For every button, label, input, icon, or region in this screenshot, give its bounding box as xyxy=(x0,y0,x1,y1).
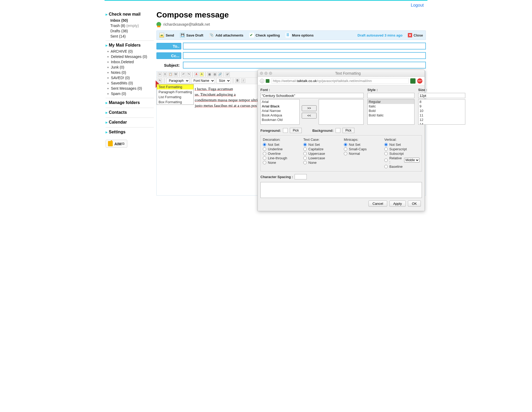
font-list[interactable]: ArialArial BlackArial NarrowBook Antiqua… xyxy=(260,99,300,125)
size-option[interactable]: 8 xyxy=(418,99,465,104)
italic-icon[interactable]: i xyxy=(241,79,245,83)
size-option[interactable]: 10 xyxy=(418,108,465,113)
sidebar-settings[interactable]: ▶ Settings xyxy=(106,129,154,135)
size-option[interactable]: 12 xyxy=(418,117,465,122)
style-option[interactable]: Bold xyxy=(368,108,414,113)
textcase-option[interactable]: Lowercase xyxy=(303,156,339,160)
sidebar-manage-folders[interactable]: ▶ Manage folders xyxy=(106,100,154,106)
size-option[interactable]: 9 xyxy=(418,104,465,108)
sidebar-contacts[interactable]: ▶ Contacts xyxy=(106,110,154,116)
font-color-icon[interactable]: A xyxy=(194,72,199,76)
send-button[interactable]: Send xyxy=(159,33,174,38)
paste-word-icon[interactable]: W xyxy=(174,72,178,76)
table-icon[interactable]: ▦ xyxy=(207,72,211,76)
fontname-select[interactable]: Font Name xyxy=(191,78,215,83)
sidebar-item-trash[interactable]: Trash (8) (empty) xyxy=(106,23,154,28)
vertical-option[interactable]: Superscript xyxy=(384,147,420,151)
background-pick-button[interactable]: Pick xyxy=(342,128,354,133)
textcase-option[interactable]: Uppercase xyxy=(303,152,339,156)
cut-icon[interactable]: ✂ xyxy=(158,72,162,76)
apply-button[interactable]: Apply xyxy=(389,201,406,207)
minicaps-option[interactable]: Small-Caps xyxy=(344,147,379,151)
sidebar-folder-junk[interactable]: + Junk (0) xyxy=(106,65,154,70)
decoration-option[interactable]: Not Set xyxy=(263,143,298,147)
size-option[interactable]: 11 xyxy=(418,113,465,117)
to-button[interactable]: To.. xyxy=(156,43,181,49)
vertical-option[interactable]: Not Set xyxy=(384,143,420,147)
paste-icon[interactable]: 📋 xyxy=(168,72,173,76)
format-dropdown-item[interactable]: Text Formatting xyxy=(157,84,193,89)
check-spelling-button[interactable]: Check spelling xyxy=(249,33,280,38)
aim-widget[interactable]: AIM ⧉ xyxy=(106,140,127,148)
paragraph-select[interactable]: Paragraph xyxy=(166,78,190,83)
sidebar-folder-archive[interactable]: + ARCHIVE (0) xyxy=(106,49,154,54)
format-dropdown-item[interactable]: List Formatting xyxy=(157,94,193,99)
sidebar-item-inbox[interactable]: Inbox (50) xyxy=(106,18,154,23)
charspacing-input[interactable] xyxy=(295,174,307,179)
foreground-pick-button[interactable]: Pick xyxy=(290,128,302,133)
redo-icon[interactable]: ↷ xyxy=(187,72,191,76)
add-attachments-button[interactable]: Add attachments xyxy=(209,33,243,38)
format-icon[interactable]: ✎ xyxy=(158,79,162,83)
sidebar-folder-deleted[interactable]: + Deleted Messages (0) xyxy=(106,54,154,59)
subject-input[interactable] xyxy=(183,62,426,69)
info-icon[interactable]: i xyxy=(260,79,264,83)
vertical-option[interactable]: Baseline xyxy=(384,165,420,169)
vertical-option[interactable]: Subscript xyxy=(384,152,420,156)
sidebar-item-drafts[interactable]: Drafts (38) xyxy=(106,28,154,34)
sidebar-folder-spam[interactable]: + Spam (0) xyxy=(106,91,154,96)
close-button[interactable]: Close xyxy=(408,33,423,37)
move-right-button[interactable]: >> xyxy=(302,105,317,111)
style-option[interactable]: Italic xyxy=(368,104,414,108)
style-input[interactable] xyxy=(367,93,414,98)
link-icon[interactable]: 🔗 xyxy=(218,72,222,76)
share-icon[interactable] xyxy=(410,78,416,84)
undo-icon[interactable]: ↶ xyxy=(181,72,186,76)
copy-icon[interactable]: ⎘ xyxy=(163,72,167,76)
url-field[interactable]: https://webmail.talktalk.co.uk/cp/javasc… xyxy=(272,78,409,84)
decoration-option[interactable]: Overline xyxy=(263,152,298,156)
textcase-option[interactable]: Not Set xyxy=(303,143,339,147)
font-option[interactable]: Arial Black xyxy=(261,104,299,108)
size-list[interactable]: 8910111214 xyxy=(418,99,465,125)
format-dropdown-item[interactable]: Paragraph Formatting xyxy=(157,89,193,94)
textcase-option[interactable]: None xyxy=(303,161,339,165)
insert-row-icon[interactable]: ▤ xyxy=(213,72,217,76)
style-option[interactable]: Bold Italic xyxy=(368,113,414,117)
highlight-icon[interactable]: A xyxy=(200,72,204,76)
sidebar-check-mail[interactable]: ▶ Check new mail xyxy=(106,11,154,18)
subscript-icon[interactable]: a² xyxy=(226,72,230,76)
save-draft-button[interactable]: Save Draft xyxy=(180,33,203,38)
decoration-option[interactable]: Underline xyxy=(263,147,298,151)
relative-select[interactable]: Middle xyxy=(404,158,420,162)
vertical-option[interactable]: Relative :Middle xyxy=(384,156,420,164)
sidebar-my-folders[interactable]: ▶ My Mail Folders xyxy=(106,42,154,49)
font-option[interactable]: Book Antiqua xyxy=(261,113,299,117)
minicaps-option[interactable]: Normal xyxy=(344,152,379,156)
sidebar-calendar[interactable]: ▶ Calendar xyxy=(106,119,154,126)
sidebar-item-sent[interactable]: Sent (14) xyxy=(106,34,154,39)
more-options-button[interactable]: More options xyxy=(286,33,314,38)
font-option[interactable]: Arial Narrow xyxy=(261,108,299,113)
traffic-close-icon[interactable] xyxy=(260,72,263,75)
sidebar-folder-saved[interactable]: + SAVED! (0) xyxy=(106,75,154,80)
decoration-option[interactable]: None xyxy=(263,161,298,165)
format-dropdown-item[interactable]: Box Formatting xyxy=(157,99,193,105)
cc-input[interactable] xyxy=(183,52,426,59)
bold-icon[interactable]: B xyxy=(235,79,240,83)
sidebar-folder-notes[interactable]: + Notes (0) xyxy=(106,70,154,75)
to-input[interactable] xyxy=(183,43,426,49)
minicaps-option[interactable]: Not Set xyxy=(344,143,379,147)
traffic-max-icon[interactable] xyxy=(269,72,272,75)
cc-button[interactable]: Cc... xyxy=(156,52,181,59)
style-list[interactable]: RegularItalicBoldBold Italic xyxy=(367,99,414,125)
decoration-option[interactable]: Line-through xyxy=(263,156,298,160)
cancel-button[interactable]: Cancel xyxy=(368,201,387,207)
move-left-button[interactable]: << xyxy=(302,113,317,119)
size-select[interactable]: Size xyxy=(217,78,231,83)
sidebar-folder-inboxdeleted[interactable]: + Inbox.Deleted xyxy=(106,59,154,65)
traffic-min-icon[interactable] xyxy=(264,72,268,75)
background-swatch[interactable] xyxy=(336,128,340,133)
size-input[interactable] xyxy=(418,93,465,98)
sidebar-folder-savedims[interactable]: + SavedIMs (0) xyxy=(106,80,154,86)
